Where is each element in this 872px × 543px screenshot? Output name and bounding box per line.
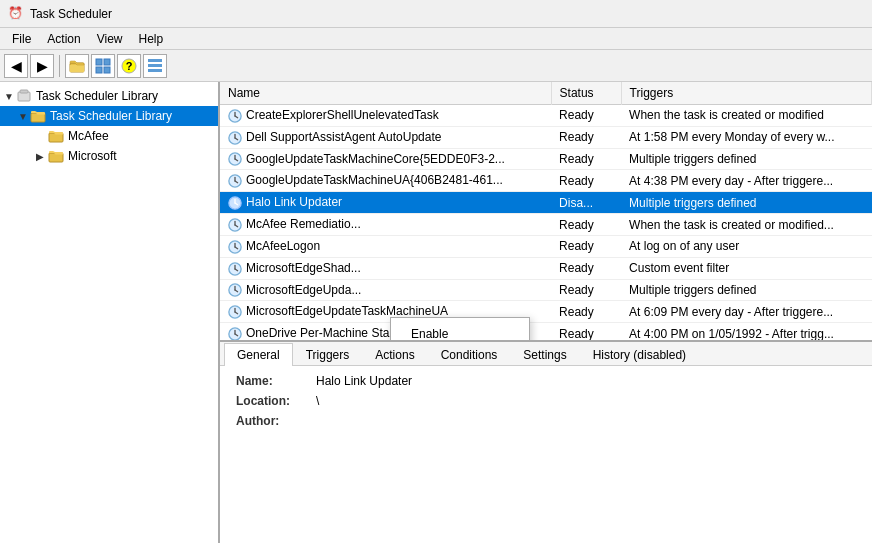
open-folder-icon: [69, 58, 85, 74]
task-clock-icon: [228, 218, 242, 232]
tree-item-microsoft[interactable]: ▶ Microsoft: [0, 146, 218, 166]
local-icon: [16, 88, 32, 104]
menu-view[interactable]: View: [89, 30, 131, 48]
table-row[interactable]: MicrosoftEdgeUpdateTaskMachineUAReadyAt …: [220, 301, 872, 323]
toolbar-separator: [59, 55, 60, 77]
task-status-cell: Ready: [551, 301, 621, 323]
detail-content: Name: Halo Link Updater Location: \ Auth…: [220, 366, 872, 442]
help-button[interactable]: ?: [117, 54, 141, 78]
menu-file[interactable]: File: [4, 30, 39, 48]
task-clock-icon: [228, 305, 242, 319]
task-triggers-cell: When the task is created or modified: [621, 105, 871, 127]
title-bar-text: Task Scheduler: [30, 7, 112, 21]
tree-label-local: Task Scheduler Library: [36, 89, 158, 103]
table-row[interactable]: Halo Link UpdaterDisa...Multiple trigger…: [220, 192, 872, 214]
task-status-cell: Ready: [551, 279, 621, 301]
task-status-cell: Ready: [551, 214, 621, 236]
task-name-cell: MicrosoftEdgeShad...: [220, 257, 551, 279]
detail-row-author: Author:: [236, 414, 856, 428]
svg-rect-2: [104, 59, 110, 65]
open-folder-button[interactable]: [65, 54, 89, 78]
menu-bar: File Action View Help: [0, 28, 872, 50]
col-triggers[interactable]: Triggers: [621, 82, 871, 105]
back-button[interactable]: ◀: [4, 54, 28, 78]
detail-panel: General Triggers Actions Conditions Sett…: [220, 342, 872, 487]
task-status-cell: Ready: [551, 105, 621, 127]
task-table-wrapper[interactable]: Name Status Triggers CreateExplorerShell…: [220, 82, 872, 342]
task-triggers-cell: At 6:09 PM every day - After triggere...: [621, 301, 871, 323]
detail-label-name: Name:: [236, 374, 316, 388]
task-clock-icon: [228, 152, 242, 166]
library-icon: [30, 108, 46, 124]
detail-row-name: Name: Halo Link Updater: [236, 374, 856, 388]
task-clock-icon: [228, 174, 242, 188]
task-clock-icon: [228, 196, 242, 210]
title-bar: ⏰ Task Scheduler: [0, 0, 872, 28]
task-status-cell: Ready: [551, 323, 621, 342]
task-clock-icon: [228, 240, 242, 254]
table-row[interactable]: GoogleUpdateTaskMachineCore{5EDDE0F3-2..…: [220, 148, 872, 170]
svg-rect-11: [20, 90, 28, 93]
context-menu-enable[interactable]: Enable: [391, 322, 529, 342]
tab-conditions[interactable]: Conditions: [428, 343, 511, 366]
tab-history[interactable]: History (disabled): [580, 343, 699, 366]
task-name-cell: CreateExplorerShellUnelevatedTask: [220, 105, 551, 127]
col-name[interactable]: Name: [220, 82, 551, 105]
svg-rect-1: [96, 59, 102, 65]
app-icon: ⏰: [8, 6, 24, 22]
task-name-cell: MicrosoftEdgeUpda...: [220, 279, 551, 301]
tree-item-local[interactable]: ▼ Task Scheduler Library: [0, 86, 218, 106]
col-status[interactable]: Status: [551, 82, 621, 105]
tab-general[interactable]: General: [224, 343, 293, 366]
task-name-cell: GoogleUpdateTaskMachineUA{406B2481-461..…: [220, 170, 551, 192]
task-status-cell: Ready: [551, 257, 621, 279]
table-row[interactable]: McAfeeLogonReadyAt log on of any user: [220, 235, 872, 257]
task-status-cell: Ready: [551, 235, 621, 257]
task-triggers-cell: When the task is created or modified...: [621, 214, 871, 236]
tree-item-library[interactable]: ▼ Task Scheduler Library: [0, 106, 218, 126]
task-clock-icon: [228, 131, 242, 145]
tree-arrow-microsoft: ▶: [36, 151, 48, 162]
tab-triggers[interactable]: Triggers: [293, 343, 363, 366]
task-clock-icon: [228, 262, 242, 276]
task-triggers-cell: At 4:38 PM every day - After triggere...: [621, 170, 871, 192]
task-name-cell: McAfee Remediatio...: [220, 214, 551, 236]
tree-arrow-library: ▼: [18, 111, 30, 122]
table-row[interactable]: Dell SupportAssistAgent AutoUpdateReadyA…: [220, 126, 872, 148]
tab-settings[interactable]: Settings: [510, 343, 579, 366]
table-row[interactable]: CreateExplorerShellUnelevatedTaskReadyWh…: [220, 105, 872, 127]
table-row[interactable]: McAfee Remediatio...ReadyWhen the task i…: [220, 214, 872, 236]
table-row[interactable]: MicrosoftEdgeUpda...ReadyMultiple trigge…: [220, 279, 872, 301]
menu-help[interactable]: Help: [131, 30, 172, 48]
tree-item-mcafee[interactable]: ▶ McAfee: [0, 126, 218, 146]
task-status-cell: Disa...: [551, 192, 621, 214]
detail-label-location: Location:: [236, 394, 316, 408]
task-triggers-cell: At 1:58 PM every Monday of every w...: [621, 126, 871, 148]
table-row[interactable]: OneDrive Per-Machine Standalone Update T…: [220, 323, 872, 342]
table-row[interactable]: MicrosoftEdgeShad...ReadyCustom event fi…: [220, 257, 872, 279]
svg-rect-7: [148, 59, 162, 62]
task-name-cell: McAfeeLogon: [220, 235, 551, 257]
tab-actions[interactable]: Actions: [362, 343, 427, 366]
grid-button[interactable]: [91, 54, 115, 78]
task-triggers-cell: At 4:00 PM on 1/05/1992 - After trigg...: [621, 323, 871, 342]
task-triggers-cell: Custom event filter: [621, 257, 871, 279]
toolbar: ◀ ▶ ?: [0, 50, 872, 82]
svg-rect-9: [148, 69, 162, 72]
left-panel: ▼ Task Scheduler Library ▼: [0, 82, 220, 543]
task-clock-icon: [228, 327, 242, 341]
view-button[interactable]: [143, 54, 167, 78]
forward-button[interactable]: ▶: [30, 54, 54, 78]
table-row[interactable]: GoogleUpdateTaskMachineUA{406B2481-461..…: [220, 170, 872, 192]
tree-arrow-mcafee: ▶: [36, 131, 48, 142]
svg-rect-3: [96, 67, 102, 73]
task-triggers-cell: Multiple triggers defined: [621, 148, 871, 170]
task-status-cell: Ready: [551, 148, 621, 170]
task-status-cell: Ready: [551, 170, 621, 192]
menu-action[interactable]: Action: [39, 30, 88, 48]
tree-label-library: Task Scheduler Library: [50, 109, 172, 123]
view-icon: [147, 58, 163, 74]
main-layout: ▼ Task Scheduler Library ▼: [0, 82, 872, 543]
task-status-cell: Ready: [551, 126, 621, 148]
grid-icon: [95, 58, 111, 74]
